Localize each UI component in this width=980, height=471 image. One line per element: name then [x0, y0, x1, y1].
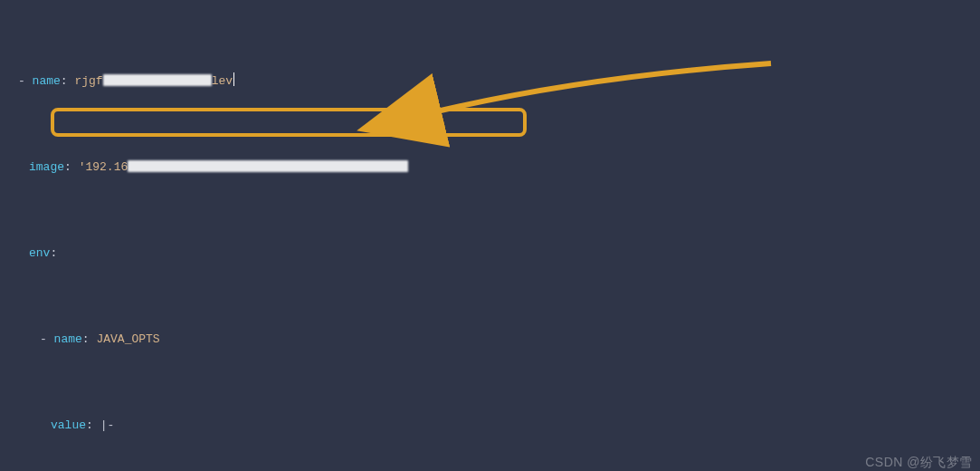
yaml-key: image [29, 160, 64, 174]
yaml-key: env [29, 246, 50, 260]
yaml-value: JAVA_OPTS [96, 332, 159, 346]
code-line: value: |- [0, 417, 980, 434]
code-line: env: [0, 245, 980, 262]
text-cursor [233, 72, 234, 86]
yaml-editor[interactable]: - name: rjgflev image: '192.16 env: - na… [0, 0, 980, 471]
yaml-pipe: |- [100, 418, 115, 432]
code-line: - name: JAVA_OPTS [0, 331, 980, 348]
yaml-key: name [33, 74, 61, 88]
yaml-key: value [51, 418, 86, 432]
yaml-value: lev [212, 74, 233, 88]
code-line: - name: rjgflev [0, 72, 980, 90]
yaml-key: name [54, 332, 82, 346]
watermark: CSDN @纷飞梦雪 [865, 454, 973, 471]
yaml-value: '192.16 [79, 160, 128, 174]
yaml-value: rjgf [74, 74, 102, 88]
code-line: image: '192.16 [0, 159, 980, 176]
